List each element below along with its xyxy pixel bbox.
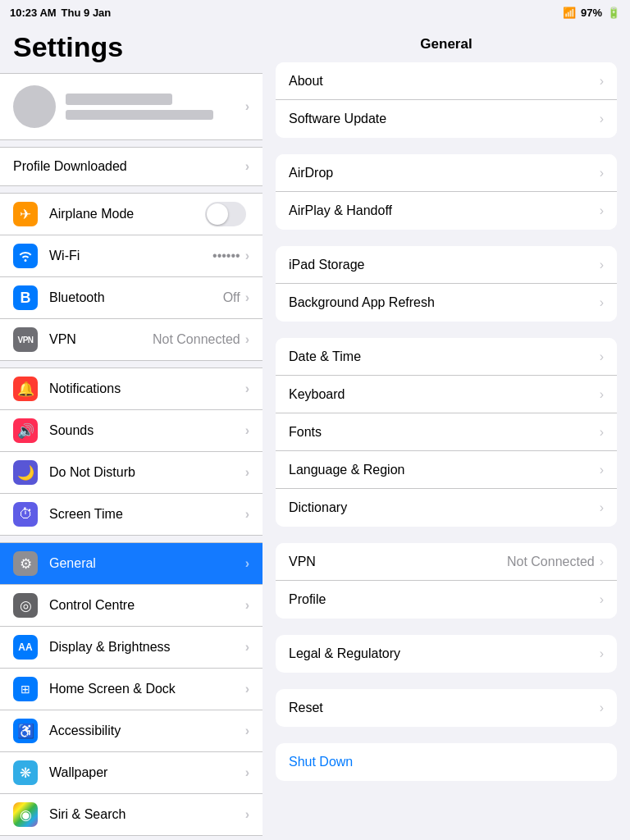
ipad-storage-chevron: › [600,258,604,272]
sidebar-item-accessibility[interactable]: ♿ Accessibility › [0,710,262,752]
vpn-icon: VPN [13,327,38,352]
vpn-chevron: › [245,332,249,347]
sidebar-item-siri-search[interactable]: ◉ Siri & Search › [0,794,262,835]
airplane-mode-toggle[interactable] [205,202,246,226]
sidebar-item-display-brightness[interactable]: AA Display & Brightness › [0,627,262,669]
right-row-date-time[interactable]: Date & Time › [276,338,617,376]
sidebar-title: Settings [0,25,262,73]
notifications-chevron: › [245,381,249,396]
profile-downloaded-banner[interactable]: Profile Downloaded › [0,147,262,186]
sidebar-item-home-screen[interactable]: ⊞ Home Screen & Dock › [0,669,262,710]
status-left: 10:23 AM Thu 9 Jan [10,7,111,19]
sidebar-item-wifi[interactable]: Wi-Fi •••••• › [0,235,262,277]
right-group-3: iPad Storage › Background App Refresh › [276,246,617,322]
right-panel-title: General [262,25,630,62]
profile-downloaded-text: Profile Downloaded [13,159,127,174]
bluetooth-value: Off [223,290,240,305]
display-brightness-icon: AA [13,635,38,660]
notifications-group: 🔔 Notifications › 🔊 Sounds › 🌙 Do Not Di… [0,368,262,536]
sidebar-item-sounds[interactable]: 🔊 Sounds › [0,410,262,452]
sidebar-item-vpn[interactable]: VPN VPN Not Connected › [0,319,262,360]
right-row-keyboard[interactable]: Keyboard › [276,376,617,413]
wifi-value: •••••• [212,249,240,263]
wifi-chevron: › [245,249,249,263]
bluetooth-chevron: › [245,290,249,305]
home-screen-label: Home Screen & Dock [49,682,245,696]
control-centre-label: Control Centre [49,598,245,613]
right-row-reset[interactable]: Reset › [276,689,617,727]
screen-time-icon: ⏱ [13,502,38,527]
sidebar-item-screen-time[interactable]: ⏱ Screen Time › [0,494,262,535]
status-right: 📶 97% 🔋 [563,7,620,19]
screen-time-chevron: › [245,507,249,522]
dictionary-chevron: › [600,500,604,515]
general-group: ⚙ General › ◎ Control Centre › AA Displa… [0,542,262,836]
about-label: About [289,74,600,89]
right-row-ipad-storage[interactable]: iPad Storage › [276,246,617,284]
profile-label: Profile [289,592,600,607]
profile-section[interactable]: › [0,73,262,140]
connectivity-group: ✈ Airplane Mode Wi-Fi •••••• › B [0,193,262,361]
keyboard-label: Keyboard [289,387,600,402]
status-bar: 10:23 AM Thu 9 Jan 📶 97% 🔋 [0,0,630,25]
keyboard-chevron: › [600,387,604,402]
right-group-7: Reset › [276,689,617,727]
sidebar-item-notifications[interactable]: 🔔 Notifications › [0,368,262,410]
status-date: Thu 9 Jan [62,7,112,19]
wifi-icon: 📶 [563,7,576,19]
right-row-software-update[interactable]: Software Update › [276,100,617,138]
wallpaper-chevron: › [245,765,249,780]
right-group-1: About › Software Update › [276,62,617,138]
toggle-knob [207,203,228,225]
battery-percentage: 97% [581,7,602,19]
right-vpn-chevron: › [600,555,604,569]
bluetooth-label: Bluetooth [49,290,223,305]
fonts-chevron: › [600,425,604,440]
vpn-value: Not Connected [153,332,240,347]
right-row-background-app-refresh[interactable]: Background App Refresh › [276,284,617,322]
wallpaper-icon: ❋ [13,760,38,785]
right-row-about[interactable]: About › [276,62,617,100]
accessibility-chevron: › [245,724,249,738]
ipad-storage-label: iPad Storage [289,258,600,272]
do-not-disturb-chevron: › [245,465,249,480]
right-row-language-region[interactable]: Language & Region › [276,451,617,489]
general-label: General [49,556,245,571]
sidebar-item-airplane-mode[interactable]: ✈ Airplane Mode [0,194,262,235]
right-panel: General About › Software Update › AirDro… [262,25,630,840]
right-group-5: VPN Not Connected › Profile › [276,543,617,619]
right-row-vpn[interactable]: VPN Not Connected › [276,543,617,581]
status-time: 10:23 AM [10,7,57,19]
right-row-fonts[interactable]: Fonts › [276,413,617,451]
airdrop-chevron: › [600,166,604,180]
display-brightness-chevron: › [245,640,249,655]
right-vpn-value: Not Connected [507,555,595,569]
profile-name [66,94,172,105]
date-time-chevron: › [600,349,604,364]
reset-chevron: › [600,701,604,715]
dictionary-label: Dictionary [289,500,600,515]
wifi-settings-icon [13,244,38,268]
accessibility-icon: ♿ [13,719,38,743]
airdrop-label: AirDrop [289,166,600,180]
right-row-airdrop[interactable]: AirDrop › [276,154,617,192]
right-row-legal-regulatory[interactable]: Legal & Regulatory › [276,635,617,673]
control-centre-chevron: › [245,598,249,613]
do-not-disturb-label: Do Not Disturb [49,465,245,480]
sidebar-item-do-not-disturb[interactable]: 🌙 Do Not Disturb › [0,452,262,494]
shut-down-button[interactable]: Shut Down [276,743,617,781]
right-row-dictionary[interactable]: Dictionary › [276,489,617,527]
sidebar-item-wallpaper[interactable]: ❋ Wallpaper › [0,752,262,794]
sidebar-item-control-centre[interactable]: ◎ Control Centre › [0,585,262,627]
sidebar-item-general[interactable]: ⚙ General › [0,543,262,585]
right-group-2: AirDrop › AirPlay & Handoff › [276,154,617,230]
background-app-refresh-label: Background App Refresh [289,295,600,310]
sidebar-item-bluetooth[interactable]: B Bluetooth Off › [0,277,262,319]
background-app-refresh-chevron: › [600,295,604,310]
right-row-profile[interactable]: Profile › [276,581,617,619]
general-icon: ⚙ [13,551,38,576]
right-row-airplay-handoff[interactable]: AirPlay & Handoff › [276,192,617,230]
airplane-mode-icon: ✈ [13,202,38,226]
sounds-chevron: › [245,423,249,438]
software-update-chevron: › [600,112,604,126]
